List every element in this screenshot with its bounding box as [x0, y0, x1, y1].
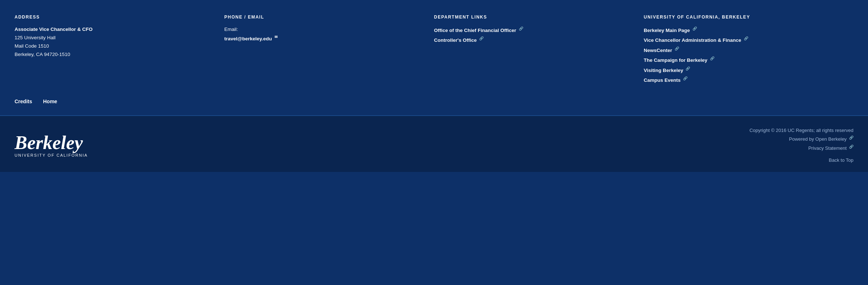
address-heading: ADDRESS: [15, 15, 217, 20]
address-line2: Mail Code 1510: [15, 42, 217, 51]
email-link[interactable]: travel@berkeley.edu ✉: [224, 34, 427, 43]
ext-icon-main: 🔗: [693, 25, 697, 32]
uc-links-body: Berkeley Main Page 🔗 Vice Chancellor Adm…: [644, 25, 846, 85]
uc-link-newscenter[interactable]: NewsCenter 🔗: [644, 45, 846, 55]
logo-text: Berkeley: [15, 133, 83, 152]
uc-link-events[interactable]: Campus Events 🔗: [644, 75, 846, 84]
footer-bottom-links: Credits Home: [15, 99, 853, 104]
open-berkeley-link[interactable]: Powered by Open Berkeley 🔗: [789, 136, 853, 142]
address-org: Associate Vice Chancellor & CFO: [15, 25, 217, 34]
uc-link-campaign[interactable]: The Campaign for Berkeley 🔗: [644, 55, 846, 64]
back-to-top-link[interactable]: Back to Top: [829, 157, 853, 163]
ext-icon-vcaf: 🔗: [744, 35, 748, 41]
address-line1: 125 University Hall: [15, 34, 217, 42]
berkeley-logo: Berkeley UNIVERSITY OF CALIFORNIA: [15, 133, 88, 157]
ext-icon-visiting: 🔗: [686, 65, 690, 72]
uc-link-main-page[interactable]: Berkeley Main Page 🔗: [644, 25, 846, 35]
ext-icon-ob: 🔗: [849, 135, 853, 141]
phone-email-heading: PHONE / EMAIL: [224, 15, 427, 20]
dept-links-body: Office of the Chief Financial Officer 🔗 …: [434, 25, 636, 45]
ext-icon-controller: 🔗: [479, 35, 484, 41]
phone-email-column: PHONE / EMAIL Email: travel@berkeley.edu…: [224, 15, 434, 85]
credits-link[interactable]: Credits: [15, 99, 32, 104]
logo-sub: UNIVERSITY OF CALIFORNIA: [15, 153, 88, 157]
dept-links-column: DEPARTMENT LINKS Office of the Chief Fin…: [434, 15, 644, 85]
uc-links-heading: UNIVERSITY OF CALIFORNIA, BERKELEY: [644, 15, 846, 20]
home-link[interactable]: Home: [43, 99, 57, 104]
dept-link-cfo[interactable]: Office of the Chief Financial Officer 🔗: [434, 25, 636, 35]
email-icon: ✉: [275, 34, 277, 40]
ext-icon-privacy: 🔗: [849, 144, 853, 150]
uc-links-column: UNIVERSITY OF CALIFORNIA, BERKELEY Berke…: [644, 15, 853, 85]
address-body: Associate Vice Chancellor & CFO 125 Univ…: [15, 25, 217, 59]
copyright-text: Copyright © 2016 UC Regents; all rights …: [749, 126, 853, 135]
ext-icon-cfo: 🔗: [519, 25, 523, 32]
back-to-top: Back to Top: [749, 156, 853, 164]
privacy-statement: Privacy Statement 🔗: [749, 144, 853, 153]
privacy-link[interactable]: Privacy Statement 🔗: [808, 145, 853, 151]
footer-main: ADDRESS Associate Vice Chancellor & CFO …: [0, 0, 868, 115]
uc-link-vcaf[interactable]: Vice Chancellor Administration & Finance…: [644, 35, 846, 44]
address-line3: Berkeley, CA 94720-1510: [15, 51, 217, 59]
phone-email-body: Email: travel@berkeley.edu ✉: [224, 25, 427, 43]
dept-links-heading: DEPARTMENT LINKS: [434, 15, 636, 20]
footer-bar: Berkeley UNIVERSITY OF CALIFORNIA Copyri…: [0, 115, 868, 172]
footer-bar-right: Copyright © 2016 UC Regents; all rights …: [749, 126, 853, 165]
powered-by: Powered by Open Berkeley 🔗: [749, 135, 853, 144]
ext-icon-news: 🔗: [675, 45, 679, 52]
footer-columns: ADDRESS Associate Vice Chancellor & CFO …: [15, 15, 853, 85]
dept-link-controller[interactable]: Controller's Office 🔗: [434, 35, 636, 44]
email-address: travel@berkeley.edu: [224, 36, 272, 41]
uc-link-visiting[interactable]: Visiting Berkeley 🔗: [644, 65, 846, 75]
address-column: ADDRESS Associate Vice Chancellor & CFO …: [15, 15, 224, 85]
ext-icon-events: 🔗: [683, 75, 687, 81]
email-label: Email:: [224, 27, 238, 32]
ext-icon-campaign: 🔗: [710, 55, 714, 61]
